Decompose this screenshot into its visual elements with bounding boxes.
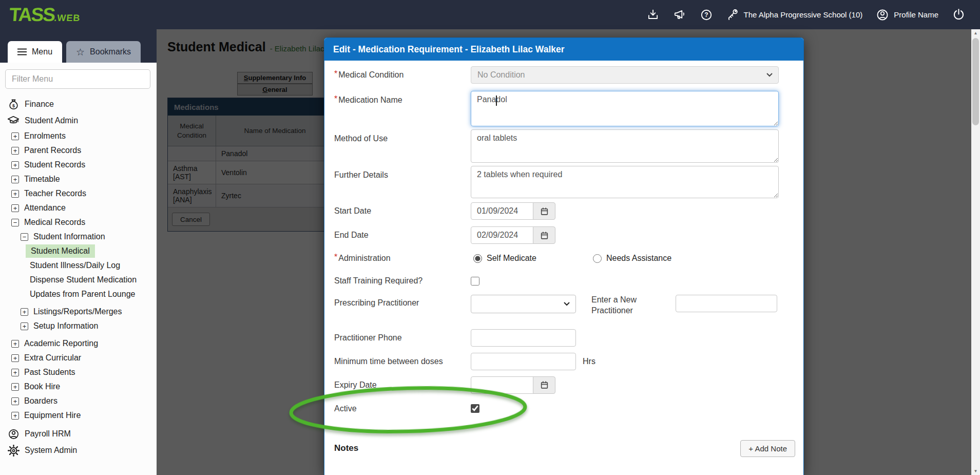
expand-icon[interactable]: + — [11, 383, 19, 391]
school-name: The Alpha Progressive School (10) — [744, 10, 863, 19]
field-label: Method of Use — [324, 129, 471, 143]
sidebar-item-boarders[interactable]: +Boarders — [0, 394, 157, 408]
sidebar-item-medical-records[interactable]: −Medical Records — [0, 215, 157, 230]
self-medicate-radio[interactable] — [473, 254, 482, 263]
end-date-input[interactable] — [471, 226, 533, 244]
topbar: TASS .WEB ? The Alpha Progressive School… — [0, 0, 980, 29]
new-practitioner-input[interactable] — [676, 295, 777, 312]
sidebar-item-dispense-medication[interactable]: Dispense Student Medication — [0, 273, 157, 287]
radio-self-medicate[interactable]: Self Medicate — [473, 254, 536, 263]
vertical-scrollbar[interactable]: ▲ ▼ — [971, 29, 980, 475]
tab-bookmarks-label: Bookmarks — [90, 47, 131, 56]
sidebar-menu: $ Finance Student Admin +Enrolments +Par… — [0, 96, 157, 459]
needs-assistance-radio[interactable] — [593, 254, 602, 263]
expand-icon[interactable]: + — [11, 161, 19, 169]
field-active: Active — [324, 404, 803, 413]
active-menu-highlight: Student Medical — [26, 244, 95, 258]
field-expiry-date: Expiry Date — [324, 376, 803, 394]
sidebar-item-label: Dispense Student Medication — [30, 275, 137, 284]
expand-icon[interactable]: + — [21, 322, 28, 330]
expand-icon[interactable]: + — [11, 176, 19, 183]
school-switcher[interactable]: The Alpha Progressive School (10) — [726, 8, 863, 21]
scroll-down-arrow[interactable]: ▼ — [971, 467, 980, 475]
sidebar-item-extra-curricular[interactable]: +Extra Curricular — [0, 351, 157, 365]
download-icon[interactable] — [646, 8, 660, 22]
sidebar-item-student-admin[interactable]: Student Admin — [0, 112, 157, 129]
sidebar-item-label: Academic Reporting — [24, 339, 98, 348]
min-time-input[interactable] — [471, 353, 576, 370]
tass-logo[interactable]: TASS .WEB — [9, 4, 82, 26]
expand-icon[interactable]: + — [21, 308, 28, 316]
sidebar-item-academic-reporting[interactable]: +Academic Reporting — [0, 336, 157, 351]
edit-medication-modal: Edit - Medication Requirement - Elizabet… — [324, 37, 804, 475]
method-of-use-textarea[interactable] — [471, 129, 779, 163]
tab-bookmarks[interactable]: ☆ Bookmarks — [66, 41, 141, 63]
expand-icon[interactable]: + — [11, 397, 19, 405]
collapse-icon[interactable]: − — [21, 233, 28, 241]
sidebar-item-timetable[interactable]: +Timetable — [0, 172, 157, 186]
tab-menu[interactable]: Menu — [8, 41, 62, 63]
required-asterisk: * — [334, 69, 337, 78]
logout-icon[interactable] — [952, 8, 966, 22]
sidebar-item-label: Listings/Reports/Merges — [33, 307, 122, 316]
radio-needs-assistance[interactable]: Needs Assistance — [593, 254, 671, 263]
medication-name-textarea[interactable] — [471, 91, 779, 126]
profile-menu[interactable]: Profile Name — [876, 8, 938, 22]
sidebar-item-student-records[interactable]: +Student Records — [0, 158, 157, 172]
scrollbar-thumb[interactable] — [972, 38, 979, 125]
start-date-calendar-button[interactable] — [533, 202, 555, 220]
expand-icon[interactable]: + — [11, 132, 19, 140]
staff-training-checkbox[interactable] — [471, 277, 479, 286]
further-details-textarea[interactable] — [471, 166, 779, 198]
notes-section-header: Notes + Add Note — [334, 440, 795, 457]
sidebar-item-teacher-records[interactable]: +Teacher Records — [0, 186, 157, 201]
sidebar-item-enrolments[interactable]: +Enrolments — [0, 129, 157, 143]
medical-condition-select[interactable]: No Condition — [471, 66, 779, 84]
collapse-icon[interactable]: − — [11, 219, 19, 226]
active-checkbox[interactable] — [471, 404, 479, 413]
expiry-date-input[interactable] — [471, 376, 533, 394]
sidebar-item-student-illness[interactable]: Student Illness/Daily Log — [0, 258, 157, 273]
sidebar-item-parent-lounge-updates[interactable]: Updates from Parent Lounge — [0, 287, 157, 301]
announcements-icon[interactable] — [673, 8, 686, 22]
sidebar-item-label: Boarders — [24, 396, 57, 406]
field-label: *Administration — [324, 254, 471, 263]
required-asterisk: * — [334, 94, 337, 103]
sidebar-item-listings-reports[interactable]: +Listings/Reports/Merges — [0, 305, 157, 319]
filter-menu-input[interactable] — [5, 69, 150, 89]
sidebar-item-system-admin[interactable]: System Admin — [0, 442, 157, 459]
expand-icon[interactable]: + — [11, 340, 19, 348]
prescribing-practitioner-select[interactable] — [471, 295, 576, 313]
sidebar-item-book-hire[interactable]: +Book Hire — [0, 379, 157, 394]
required-asterisk: * — [334, 253, 337, 261]
sidebar-item-parent-records[interactable]: +Parent Records — [0, 143, 157, 158]
sidebar-item-label: System Admin — [25, 446, 77, 455]
add-note-button[interactable]: + Add Note — [740, 440, 795, 457]
expand-icon[interactable]: + — [11, 147, 19, 155]
sidebar-item-finance[interactable]: $ Finance — [0, 96, 157, 112]
expand-icon[interactable]: + — [11, 204, 19, 212]
help-icon[interactable]: ? — [700, 8, 713, 22]
field-practitioner-phone: Practitioner Phone — [324, 329, 803, 347]
field-staff-training: Staff Training Required? — [324, 276, 803, 286]
sidebar-item-student-medical[interactable]: Student Medical — [0, 244, 157, 258]
sidebar-item-payroll-hrm[interactable]: Payroll HRM — [0, 426, 157, 442]
expand-icon[interactable]: + — [11, 354, 19, 362]
end-date-calendar-button[interactable] — [533, 226, 555, 244]
expand-icon[interactable]: + — [11, 190, 19, 198]
field-label: Staff Training Required? — [324, 276, 471, 286]
expand-icon[interactable]: + — [11, 412, 19, 420]
sidebar-item-equipment-hire[interactable]: +Equipment Hire — [0, 408, 157, 423]
key-icon — [726, 8, 739, 21]
sidebar-item-setup-information[interactable]: +Setup Information — [0, 319, 157, 333]
sidebar-item-label: Updates from Parent Lounge — [30, 290, 135, 299]
sidebar-item-student-information[interactable]: −Student Information — [0, 230, 157, 244]
expand-icon[interactable]: + — [11, 369, 19, 376]
field-prescribing-practitioner: Prescribing Practitioner Enter a New Pra… — [324, 295, 803, 316]
scroll-up-arrow[interactable]: ▲ — [971, 29, 980, 37]
sidebar-item-past-students[interactable]: +Past Students — [0, 365, 157, 379]
sidebar-item-attendance[interactable]: +Attendance — [0, 201, 157, 215]
practitioner-phone-input[interactable] — [471, 329, 576, 347]
expiry-date-calendar-button[interactable] — [533, 376, 555, 394]
start-date-input[interactable] — [471, 202, 533, 220]
